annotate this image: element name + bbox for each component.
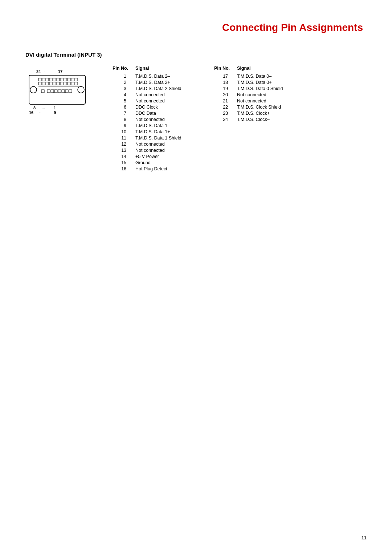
col-signal-left: Signal bbox=[135, 65, 188, 73]
pin-number: 9 bbox=[113, 122, 135, 129]
svg-rect-9 bbox=[49, 78, 52, 81]
table-row: 14+5 V Power bbox=[113, 153, 189, 159]
svg-text:16: 16 bbox=[29, 110, 33, 115]
pin-signal: T.M.D.S. Data 2– bbox=[135, 73, 188, 79]
svg-point-4 bbox=[30, 86, 37, 93]
table-row: 5Not connected bbox=[113, 98, 189, 104]
table-row: 15Ground bbox=[113, 159, 189, 166]
svg-rect-15 bbox=[71, 78, 74, 81]
svg-rect-10 bbox=[53, 78, 56, 81]
pin-signal: T.M.D.S. Data 0+ bbox=[237, 79, 290, 85]
svg-text:9: 9 bbox=[54, 110, 56, 115]
svg-text:···: ··· bbox=[44, 69, 48, 74]
svg-rect-29 bbox=[47, 90, 50, 93]
pin-signal: Hot Plug Detect bbox=[135, 166, 188, 172]
table-row: 12Not connected bbox=[113, 141, 189, 147]
svg-rect-30 bbox=[51, 90, 54, 93]
pin-table-right: Pin No. Signal 17T.M.D.S. Data 0–18T.M.D… bbox=[214, 65, 294, 172]
pin-number: 15 bbox=[113, 159, 135, 166]
pin-signal: T.M.D.S. Data 2+ bbox=[135, 79, 188, 85]
pin-signal: T.M.D.S. Data 2 Shield bbox=[135, 85, 188, 92]
table-row: 11T.M.D.S. Data 1 Shield bbox=[113, 135, 189, 141]
table-row: 10T.M.D.S. Data 1+ bbox=[113, 129, 189, 135]
pin-signal: Not connected bbox=[135, 98, 188, 104]
table-row: 13Not connected bbox=[113, 147, 189, 153]
pin-signal: Not connected bbox=[237, 92, 290, 98]
pin-signal: DDC Data bbox=[135, 110, 188, 116]
table-row: 24T.M.D.S. Clock– bbox=[214, 116, 290, 122]
pin-number: 14 bbox=[113, 153, 135, 159]
pin-number: 23 bbox=[214, 110, 237, 116]
svg-rect-33 bbox=[62, 90, 65, 93]
pin-number: 7 bbox=[113, 110, 135, 116]
table-row: 1T.M.D.S. Data 2– bbox=[113, 73, 189, 79]
col-pin-no-left: Pin No. bbox=[113, 65, 135, 73]
pin-number: 6 bbox=[113, 104, 135, 110]
table-row: 19T.M.D.S. Data 0 Shield bbox=[214, 85, 290, 92]
pin-number: 2 bbox=[113, 79, 135, 85]
pin-number: 17 bbox=[214, 73, 237, 79]
pin-number: 12 bbox=[113, 141, 135, 147]
svg-rect-26 bbox=[71, 82, 74, 85]
pin-signal: DDC Clock bbox=[135, 104, 188, 110]
pin-signal: T.M.D.S. Data 0 Shield bbox=[237, 85, 290, 92]
svg-rect-18 bbox=[42, 82, 45, 85]
svg-text:···: ··· bbox=[39, 110, 42, 115]
svg-rect-21 bbox=[53, 82, 56, 85]
svg-rect-19 bbox=[46, 82, 49, 85]
pin-signal: Not connected bbox=[135, 147, 188, 153]
pin-signal: T.M.D.S. Data 0– bbox=[237, 73, 290, 79]
svg-text:8: 8 bbox=[33, 106, 36, 110]
pin-number: 24 bbox=[214, 116, 237, 122]
pin-signal: T.M.D.S. Data 1– bbox=[135, 122, 188, 129]
pin-signal: +5 V Power bbox=[135, 153, 188, 159]
pin-number: 19 bbox=[214, 85, 237, 92]
svg-rect-22 bbox=[57, 82, 60, 85]
section-title: DVI digital Terminal (INPUT 3) bbox=[25, 52, 367, 58]
table-row: 7DDC Data bbox=[113, 110, 189, 116]
pin-number: 1 bbox=[113, 73, 135, 79]
table-row: 22T.M.D.S. Clock Shield bbox=[214, 104, 290, 110]
pin-signal: T.M.D.S. Clock+ bbox=[237, 110, 290, 116]
svg-rect-27 bbox=[75, 82, 78, 85]
table-row: 3T.M.D.S. Data 2 Shield bbox=[113, 85, 189, 92]
svg-rect-12 bbox=[60, 78, 63, 81]
svg-point-5 bbox=[78, 86, 84, 93]
svg-rect-25 bbox=[68, 82, 70, 85]
pin-tables: Pin No. Signal 1T.M.D.S. Data 2–2T.M.D.S… bbox=[113, 65, 367, 172]
table-row: 9T.M.D.S. Data 1– bbox=[113, 122, 189, 129]
table-row: 23T.M.D.S. Clock+ bbox=[214, 110, 290, 116]
svg-rect-17 bbox=[38, 82, 41, 85]
svg-rect-24 bbox=[64, 82, 67, 85]
pin-number: 16 bbox=[113, 166, 135, 172]
table-row: 6DDC Clock bbox=[113, 104, 189, 110]
pin-number: 22 bbox=[214, 104, 237, 110]
svg-rect-32 bbox=[58, 90, 61, 93]
pin-number: 11 bbox=[113, 135, 135, 141]
pin-signal: T.M.D.S. Data 1+ bbox=[135, 129, 188, 135]
page-title: Connecting Pin Assignments bbox=[25, 22, 367, 33]
svg-rect-31 bbox=[54, 90, 57, 93]
svg-rect-11 bbox=[57, 78, 60, 81]
dvi-connector-svg: 24 ··· 17 bbox=[25, 69, 91, 116]
pin-number: 20 bbox=[214, 92, 237, 98]
col-pin-no-right: Pin No. bbox=[214, 65, 237, 73]
svg-rect-35 bbox=[69, 90, 72, 93]
svg-rect-8 bbox=[46, 78, 49, 81]
table-row: 20Not connected bbox=[214, 92, 290, 98]
table-row: 18T.M.D.S. Data 0+ bbox=[214, 79, 290, 85]
table-row: 4Not connected bbox=[113, 92, 189, 98]
pin-number: 18 bbox=[214, 79, 237, 85]
svg-text:24: 24 bbox=[36, 69, 41, 74]
pin-number: 21 bbox=[214, 98, 237, 104]
svg-rect-34 bbox=[65, 90, 68, 93]
table-row: 16Hot Plug Detect bbox=[113, 166, 189, 172]
pin-signal: T.M.D.S. Clock Shield bbox=[237, 104, 290, 110]
pin-number: 4 bbox=[113, 92, 135, 98]
table-row: 2T.M.D.S. Data 2+ bbox=[113, 79, 189, 85]
svg-rect-36 bbox=[41, 90, 44, 93]
pin-number: 13 bbox=[113, 147, 135, 153]
pin-signal: Not connected bbox=[135, 116, 188, 122]
pin-signal: Not connected bbox=[135, 92, 188, 98]
pin-table-left: Pin No. Signal 1T.M.D.S. Data 2–2T.M.D.S… bbox=[113, 65, 192, 172]
